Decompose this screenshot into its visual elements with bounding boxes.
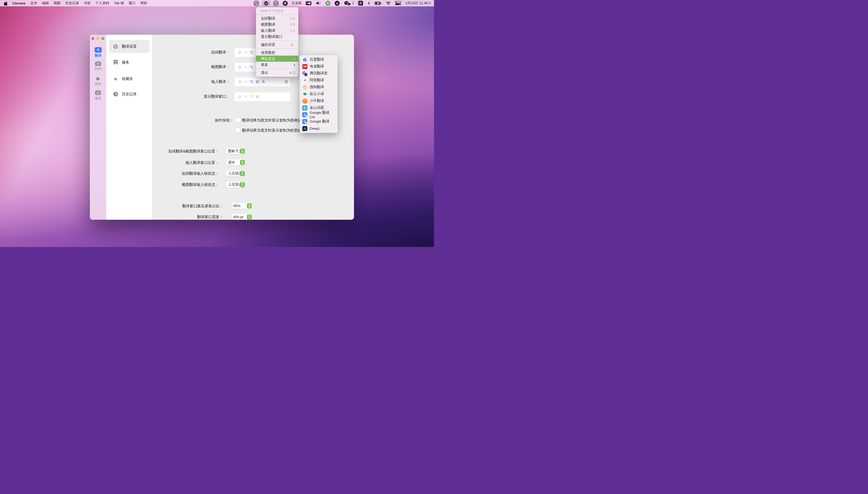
sidebar-item-services[interactable]: 服务 bbox=[109, 56, 150, 69]
menu-view[interactable]: 视图 bbox=[51, 0, 63, 6]
menu-history[interactable]: 历史记录 bbox=[63, 0, 81, 6]
apple-logo-icon[interactable] bbox=[2, 0, 10, 6]
menu-title: Bob 0.7.0 [13] bbox=[256, 8, 298, 14]
menu-item-preferences[interactable]: 偏好设置 , bbox=[256, 42, 298, 48]
puzzle-icon bbox=[90, 75, 106, 81]
translate-bubble-icon: A bbox=[95, 47, 102, 53]
volume-icon[interactable] bbox=[316, 0, 321, 6]
google-translate-cn-icon: G文 bbox=[302, 112, 307, 117]
rail-tab-plugins[interactable]: 插件 bbox=[90, 75, 106, 86]
submenu-item-caiyun[interactable]: ··· 彩云小译 bbox=[300, 91, 337, 97]
b-badge-icon[interactable]: B bbox=[283, 1, 288, 6]
submenu-item-alibaba[interactable]: A 阿里翻译 bbox=[300, 77, 337, 84]
alibaba-translate-icon: A bbox=[302, 78, 307, 83]
battery-charging-icon[interactable] bbox=[375, 0, 382, 6]
scissors-icon[interactable] bbox=[335, 1, 340, 6]
submenu-item-youdao[interactable]: 有道 有道翻译 bbox=[300, 63, 337, 70]
menu-file[interactable]: 文件 bbox=[28, 0, 39, 6]
minimize-button[interactable] bbox=[96, 37, 99, 40]
sidebar-item-favorites[interactable]: ★ 收藏夹 bbox=[109, 72, 150, 85]
shortcut-hint: D bbox=[289, 16, 295, 20]
profile-name[interactable]: 马克喵 bbox=[292, 0, 302, 6]
menu-item-more[interactable]: 更多 › bbox=[256, 62, 298, 68]
field-label: 翻译窗口最高屏幕占比： bbox=[182, 204, 223, 209]
menu-separator bbox=[256, 40, 298, 41]
toggles-icon[interactable] bbox=[254, 0, 259, 6]
snake-case-checkbox[interactable] bbox=[236, 128, 240, 132]
menu-item-quit[interactable]: 退出 Q bbox=[256, 70, 298, 76]
menu-tab[interactable]: Tab 键 bbox=[112, 0, 126, 6]
field-label: 输入翻译： bbox=[211, 79, 230, 84]
menu-help[interactable]: 帮助 bbox=[138, 0, 150, 6]
menu-item-select-translate[interactable]: 划词翻译 D bbox=[256, 15, 298, 21]
card-icon[interactable] bbox=[306, 0, 312, 6]
menu-bookmarks[interactable]: 书签 bbox=[81, 0, 93, 6]
menu-bar: Chrome 文件 编辑 视图 历史记录 书签 个人资料 Tab 键 窗口 帮助… bbox=[0, 0, 434, 6]
camera-icon bbox=[90, 60, 106, 66]
submenu-item-google-cn[interactable]: G文 Google 翻译 CN bbox=[300, 111, 337, 118]
stepper-icon bbox=[247, 203, 252, 208]
select-translate-input-state-select[interactable]: 上次状态 bbox=[226, 170, 246, 176]
shortcut-hint: A bbox=[289, 28, 295, 33]
max-screen-ratio-select[interactable]: 95% bbox=[231, 203, 252, 209]
field-label: 截图翻译输入框状态： bbox=[182, 183, 219, 187]
window-width-select[interactable]: 400 pt bbox=[231, 214, 252, 220]
close-button[interactable] bbox=[91, 37, 94, 40]
section-divider bbox=[171, 195, 347, 195]
wifi-icon[interactable] bbox=[386, 0, 391, 6]
menu-item-tutorial[interactable]: 使用教程 bbox=[256, 50, 298, 56]
control-center-icon[interactable] bbox=[395, 0, 401, 6]
n-download-icon[interactable]: ↓N bbox=[325, 1, 330, 6]
camel-case-checkbox[interactable] bbox=[236, 118, 240, 122]
window-position-select[interactable]: 图标下方 bbox=[226, 148, 246, 154]
nav-rail: A 翻译 OCR 插件 通用 bbox=[90, 35, 106, 220]
hotkey-field-input-translate[interactable]: A × bbox=[235, 78, 290, 86]
stepper-icon bbox=[247, 214, 252, 220]
web-direct-submenu: 译 百度翻译 有道 有道翻译 译hi 腾讯翻译君 A 阿里翻译 S 搜狗翻译 ·… bbox=[300, 55, 337, 133]
submenu-item-sogou[interactable]: S 搜狗翻译 bbox=[300, 84, 337, 91]
sidebar-item-translate-settings[interactable]: 翻译设置 bbox=[109, 40, 150, 53]
menu-item-show-window[interactable]: 显示翻译窗口 bbox=[256, 34, 298, 40]
menu-item-screenshot-translate[interactable]: 截图翻译 S bbox=[256, 21, 298, 27]
shortcut-hint: S bbox=[289, 22, 295, 26]
hotkey-field-show-window[interactable] bbox=[235, 92, 290, 101]
menu-window[interactable]: 窗口 bbox=[126, 0, 138, 6]
rail-tab-ocr[interactable]: OCR bbox=[90, 60, 106, 71]
menu-separator bbox=[256, 49, 298, 49]
stepper-icon bbox=[240, 182, 245, 187]
menu-edit[interactable]: 编辑 bbox=[39, 0, 51, 6]
menu-item-web-direct[interactable]: 网站直达 › bbox=[256, 56, 298, 62]
submenu-item-google[interactable]: G文 Google 翻译 bbox=[300, 118, 337, 125]
field-label: 翻译窗口宽度： bbox=[197, 215, 223, 220]
input-window-position-select[interactable]: 居中 bbox=[226, 159, 246, 166]
zoom-button[interactable] bbox=[101, 37, 105, 40]
submenu-item-deepl[interactable]: DeepL bbox=[300, 125, 337, 132]
screenshot-translate-input-state-select[interactable]: 上次状态 bbox=[226, 182, 246, 188]
tencent-translator-icon: 译hi bbox=[302, 71, 307, 76]
menu-item-input-translate[interactable]: 输入翻译 A bbox=[256, 27, 298, 34]
toggles-icon[interactable] bbox=[274, 0, 278, 6]
bluetooth-icon[interactable] bbox=[367, 0, 370, 6]
clock-icon bbox=[113, 91, 118, 97]
rail-tab-general[interactable]: 通用 bbox=[90, 90, 106, 101]
rail-tab-translate[interactable]: A 翻译 bbox=[90, 47, 106, 58]
submenu-item-tencent[interactable]: 译hi 腾讯翻译君 bbox=[300, 70, 337, 77]
menu-bar-clock[interactable]: 2月24日 11:45:0 bbox=[405, 0, 431, 6]
wechat-badge: 2 bbox=[352, 1, 354, 5]
submenu-item-niutrans[interactable]: 小牛翻译 bbox=[300, 97, 337, 104]
sidebar-item-history[interactable]: 历史记录 bbox=[109, 88, 150, 101]
shortcut-hint: , bbox=[291, 43, 295, 46]
stepper-icon bbox=[240, 149, 245, 154]
field-label: 划词翻译输入框状态： bbox=[182, 171, 219, 176]
deepl-icon bbox=[302, 126, 307, 131]
clear-hotkey-button[interactable]: × bbox=[284, 80, 288, 84]
wechat-icon[interactable]: 2 bbox=[344, 0, 354, 6]
stepper-icon bbox=[240, 160, 245, 165]
iciba-icon bbox=[302, 106, 307, 110]
submenu-item-baidu[interactable]: 译 百度翻译 bbox=[300, 56, 337, 63]
menu-profiles[interactable]: 个人资料 bbox=[93, 0, 112, 6]
bob-face-icon[interactable] bbox=[262, 0, 271, 6]
active-app-name[interactable]: Chrome bbox=[10, 0, 28, 6]
pinyin-input-icon[interactable]: 拼 bbox=[358, 1, 363, 5]
submenu-arrow-icon: › bbox=[294, 63, 295, 67]
